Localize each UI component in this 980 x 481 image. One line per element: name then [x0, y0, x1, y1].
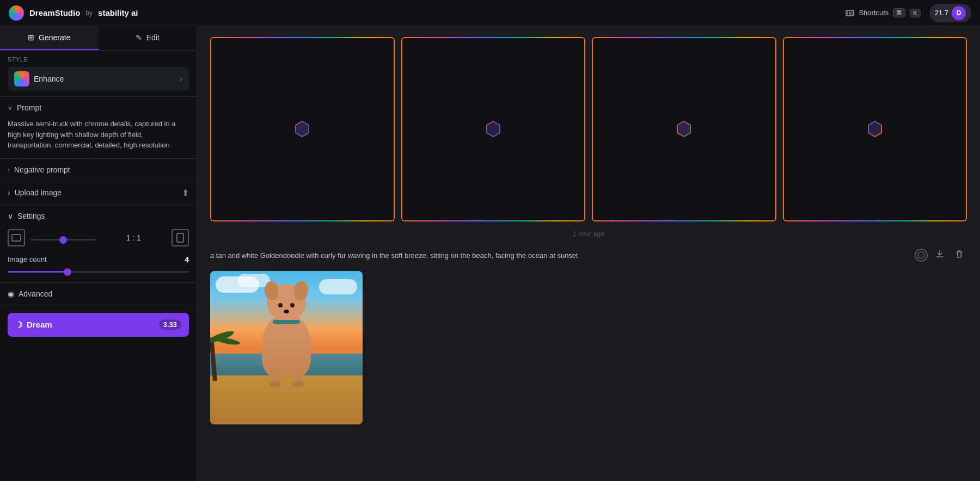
- style-picker[interactable]: Enhance ›: [8, 67, 189, 91]
- svg-rect-7: [12, 235, 21, 241]
- dream-label: Dream: [27, 320, 52, 329]
- image-count-slider[interactable]: [8, 268, 189, 276]
- topbar: DreamStudio by stability ai Shortcuts ⌘ …: [0, 0, 980, 26]
- previous-prompt-text: a tan and white Goldendoodle with curly …: [210, 251, 915, 260]
- style-enhance-icon: [14, 71, 29, 87]
- svg-rect-8: [177, 233, 183, 242]
- content-area: 1 hour ago a tan and white Goldendoodle …: [197, 26, 980, 481]
- aspect-ratio-row: 1 : 1: [8, 229, 189, 246]
- generating-card-1: [210, 37, 395, 221]
- info-circle-icon[interactable]: ←: [915, 249, 928, 262]
- generated-image[interactable]: [210, 271, 363, 424]
- shortcuts-button[interactable]: Shortcuts ⌘ K: [846, 8, 920, 17]
- tab-generate-label: Generate: [39, 33, 70, 42]
- advanced-row[interactable]: ◉ Advanced: [0, 283, 197, 305]
- chevron-right-neg-icon: ›: [8, 166, 10, 174]
- download-button[interactable]: [932, 246, 947, 264]
- negative-prompt-label: Negative prompt: [14, 165, 70, 174]
- loading-hex-3: [675, 120, 693, 138]
- chevron-right-upload-icon: ›: [8, 188, 10, 197]
- settings-header[interactable]: ∨ Settings: [8, 212, 189, 220]
- aspect-ratio-value: 1 : 1: [101, 233, 167, 242]
- edit-icon: ✎: [136, 33, 142, 42]
- style-selected-label: Enhance: [34, 75, 64, 83]
- loading-hex-4: [866, 120, 884, 138]
- upload-left: › Upload image: [8, 188, 62, 197]
- chevron-right-icon: ›: [180, 74, 182, 84]
- style-pill-left: Enhance: [14, 71, 64, 87]
- upload-arrow-icon: ⬆: [182, 188, 189, 198]
- credits-badge: 21.7 D: [929, 4, 971, 22]
- image-count-row: Image count 4: [8, 255, 189, 264]
- svg-rect-1: [847, 11, 848, 13]
- chevron-down-icon: ∨: [8, 104, 13, 112]
- dream-button[interactable]: ☽ Dream 3.33: [8, 313, 189, 337]
- prompt-section: ∨ Prompt Massive semi-truck with chrome …: [0, 97, 197, 159]
- prompt-header[interactable]: ∨ Prompt: [0, 97, 197, 119]
- settings-label: Settings: [17, 212, 45, 220]
- chevron-down-settings-icon: ∨: [8, 212, 13, 220]
- tab-edit-label: Edit: [146, 33, 160, 42]
- grid-icon: ⊞: [28, 33, 34, 42]
- aspect-landscape-icon: [8, 229, 25, 246]
- generating-card-4: [783, 37, 967, 221]
- svg-rect-4: [847, 13, 848, 14]
- generating-grid: [210, 37, 967, 221]
- dream-cost: 3.33: [159, 319, 181, 330]
- loading-hex-1: [293, 120, 311, 138]
- logo-icon: [9, 5, 24, 21]
- upload-image-row[interactable]: › Upload image ⬆: [0, 181, 197, 205]
- keyboard-icon: [846, 9, 854, 17]
- aspect-slider[interactable]: [30, 235, 96, 240]
- brand-area: DreamStudio by stability ai: [9, 5, 138, 21]
- shortcut-key1: ⌘: [893, 8, 905, 17]
- svg-rect-6: [852, 13, 853, 14]
- aspect-portrait-icon: [171, 229, 189, 246]
- delete-button[interactable]: [952, 246, 967, 264]
- generating-card-2: [401, 37, 586, 221]
- prompt-text[interactable]: Massive semi-truck with chrome details, …: [0, 119, 197, 158]
- avatar[interactable]: D: [952, 6, 966, 20]
- app-name: DreamStudio: [29, 8, 80, 17]
- settings-section: ∨ Settings 1 : 1: [0, 205, 197, 283]
- credits-value: 21.7: [935, 9, 948, 17]
- loading-hex-2: [485, 120, 502, 138]
- main-layout: ⊞ Generate ✎ Edit Style Enhance › ∨: [0, 26, 980, 481]
- advanced-label: Advanced: [19, 289, 52, 298]
- image-count-value: 4: [185, 255, 189, 264]
- timestamp-text: 1 hour ago: [573, 230, 604, 238]
- svg-rect-3: [852, 11, 853, 13]
- style-label: Style: [8, 56, 189, 63]
- prompt-label: Prompt: [17, 103, 41, 112]
- generated-image-container[interactable]: [210, 271, 967, 424]
- stability-brand: stability ai: [98, 8, 138, 17]
- svg-rect-2: [849, 11, 850, 13]
- dream-btn-left: ☽ Dream: [15, 320, 52, 330]
- shortcuts-label: Shortcuts: [859, 9, 889, 17]
- topbar-right: Shortcuts ⌘ K 21.7 D: [846, 4, 971, 22]
- image-count-label: Image count: [8, 255, 47, 263]
- tab-edit[interactable]: ✎ Edit: [99, 26, 197, 50]
- prompt-actions: ←: [915, 246, 967, 264]
- tab-generate[interactable]: ⊞ Generate: [0, 26, 99, 50]
- moon-icon: ☽: [15, 320, 22, 330]
- negative-prompt-row[interactable]: › Negative prompt: [0, 159, 197, 181]
- by-text: by: [85, 9, 93, 17]
- previous-prompt-row: a tan and white Goldendoodle with curly …: [210, 246, 967, 264]
- shortcut-key2: K: [910, 9, 920, 17]
- sidebar: ⊞ Generate ✎ Edit Style Enhance › ∨: [0, 26, 197, 481]
- svg-rect-5: [849, 13, 851, 14]
- style-section: Style Enhance ›: [0, 51, 197, 97]
- tab-row: ⊞ Generate ✎ Edit: [0, 26, 197, 51]
- eye-icon: ◉: [8, 289, 14, 298]
- upload-label: Upload image: [15, 188, 62, 197]
- timestamp-separator: 1 hour ago: [210, 230, 967, 238]
- svg-rect-0: [846, 10, 854, 16]
- svg-text:←: ←: [919, 253, 924, 258]
- generating-card-3: [592, 37, 776, 221]
